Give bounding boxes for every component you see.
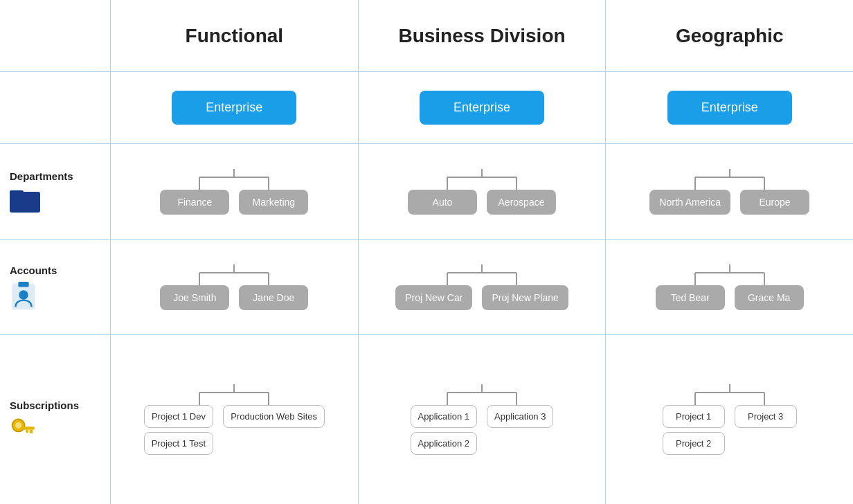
geographic-accounts-row: Ted Bear Grace Ma <box>606 240 853 335</box>
geographic-sub-left: Project 1 Project 2 <box>663 405 725 455</box>
business-app3-node[interactable]: Application 3 <box>487 405 553 428</box>
functional-sub-right: Production Web Sites <box>223 405 325 428</box>
functional-enterprise-row: Enterprise <box>111 72 358 144</box>
business-column: Enterprise Auto Aerospace <box>359 72 607 504</box>
geographic-accounts-connector <box>654 264 806 285</box>
functional-proj1dev-node[interactable]: Project 1 Dev <box>144 405 213 428</box>
geographic-dept-nodes: North America Europe <box>611 190 847 215</box>
functional-sub-connector <box>158 384 310 405</box>
geographic-proj1-node[interactable]: Project 1 <box>663 405 725 428</box>
header-row: Functional Business Division Geographic <box>0 0 853 72</box>
sidebar-departments: Departments <box>0 144 110 240</box>
functional-accounts-connector <box>158 264 310 285</box>
functional-dept-row: Finance Marketing <box>111 144 358 240</box>
business-auto-node[interactable]: Auto <box>408 190 477 215</box>
folder-icon <box>10 186 40 213</box>
svg-rect-9 <box>26 429 28 433</box>
business-sub-right: Application 3 <box>487 405 553 428</box>
header-business-title: Business Division <box>398 25 565 47</box>
business-accounts-connector <box>406 264 558 285</box>
geographic-tedbear-node[interactable]: Ted Bear <box>656 285 725 310</box>
geographic-sub-right: Project 3 <box>735 405 797 428</box>
header-geographic: Geographic <box>606 0 853 71</box>
geographic-sub-nodes: Project 1 Project 2 Project 3 <box>611 405 847 455</box>
geographic-proj2-node[interactable]: Project 2 <box>663 432 725 455</box>
subscriptions-label: Subscriptions <box>10 399 79 411</box>
business-dept-nodes: Auto Aerospace <box>364 190 600 215</box>
business-projnewcar-node[interactable]: Proj New Car <box>395 285 472 310</box>
business-dept-connector <box>406 169 558 190</box>
functional-janedoe-node[interactable]: Jane Doe <box>239 285 308 310</box>
geographic-northamerica-node[interactable]: North America <box>649 190 730 215</box>
sidebar: Departments Accounts S <box>0 72 111 504</box>
svg-rect-1 <box>10 190 24 195</box>
business-accounts-row: Proj New Car Proj New Plane <box>359 240 606 335</box>
business-enterprise-row: Enterprise <box>359 72 606 144</box>
header-sidebar-spacer <box>0 0 111 71</box>
departments-label: Departments <box>10 170 73 182</box>
business-enterprise-node[interactable]: Enterprise <box>420 91 544 125</box>
functional-finance-node[interactable]: Finance <box>160 190 229 215</box>
svg-rect-7 <box>24 426 35 430</box>
header-functional-title: Functional <box>186 25 284 47</box>
functional-column: Enterprise <box>111 72 359 504</box>
header-business: Business Division <box>359 0 607 71</box>
header-functional: Functional <box>111 0 359 71</box>
business-app1-node[interactable]: Application 1 <box>411 405 477 428</box>
geographic-dept-row: North America Europe <box>606 144 853 240</box>
sidebar-enterprise-spacer <box>0 72 110 144</box>
business-accounts-nodes: Proj New Car Proj New Plane <box>364 285 600 310</box>
geographic-proj3-node[interactable]: Project 3 <box>735 405 797 428</box>
svg-point-6 <box>15 422 21 428</box>
svg-rect-8 <box>30 429 33 433</box>
business-app2-node[interactable]: Application 2 <box>411 432 477 455</box>
geographic-sub-connector <box>654 384 806 405</box>
business-sub-left: Application 1 Application 2 <box>411 405 477 455</box>
functional-dept-connector <box>158 169 310 190</box>
functional-enterprise-tree: Enterprise <box>172 91 296 125</box>
functional-subscriptions-row: Project 1 Dev Project 1 Test Production … <box>111 335 358 504</box>
functional-accounts-row: Joe Smith Jane Doe <box>111 240 358 335</box>
header-geographic-title: Geographic <box>676 25 784 47</box>
business-sub-connector <box>406 384 558 405</box>
sidebar-subscriptions: Subscriptions <box>0 335 110 504</box>
business-dept-row: Auto Aerospace <box>359 144 606 240</box>
business-aerospace-node[interactable]: Aerospace <box>487 190 556 215</box>
page: Functional Business Division Geographic … <box>0 0 853 504</box>
content-area: Departments Accounts S <box>0 72 853 504</box>
functional-joesmith-node[interactable]: Joe Smith <box>160 285 229 310</box>
geographic-dept-connector <box>654 169 806 190</box>
svg-rect-3 <box>18 282 28 287</box>
geographic-europe-node[interactable]: Europe <box>740 190 809 215</box>
business-projnewplane-node[interactable]: Proj New Plane <box>482 285 568 310</box>
functional-sub-left: Project 1 Dev Project 1 Test <box>144 405 214 455</box>
geographic-column: Enterprise North America Europe <box>606 72 853 504</box>
functional-proj1test-node[interactable]: Project 1 Test <box>144 432 214 455</box>
svg-rect-0 <box>10 192 40 213</box>
key-icon <box>10 415 35 440</box>
functional-sub-nodes: Project 1 Dev Project 1 Test Production … <box>116 405 352 455</box>
columns-area: Enterprise <box>111 72 853 504</box>
geographic-subscriptions-row: Project 1 Project 2 Project 3 <box>606 335 853 504</box>
geographic-enterprise-row: Enterprise <box>606 72 853 144</box>
accounts-icon <box>10 280 37 309</box>
accounts-label: Accounts <box>10 264 57 276</box>
functional-prodwebsites-node[interactable]: Production Web Sites <box>223 405 325 428</box>
business-subscriptions-row: Application 1 Application 2 Application … <box>359 335 606 504</box>
functional-enterprise-node[interactable]: Enterprise <box>172 91 296 125</box>
svg-point-4 <box>19 290 28 299</box>
geographic-accounts-nodes: Ted Bear Grace Ma <box>611 285 847 310</box>
geographic-gracema-node[interactable]: Grace Ma <box>735 285 804 310</box>
sidebar-accounts: Accounts <box>0 240 110 335</box>
functional-accounts-nodes: Joe Smith Jane Doe <box>116 285 352 310</box>
geographic-enterprise-node[interactable]: Enterprise <box>667 91 792 125</box>
business-sub-nodes: Application 1 Application 2 Application … <box>364 405 600 455</box>
functional-marketing-node[interactable]: Marketing <box>239 190 308 215</box>
functional-dept-nodes: Finance Marketing <box>116 190 352 215</box>
